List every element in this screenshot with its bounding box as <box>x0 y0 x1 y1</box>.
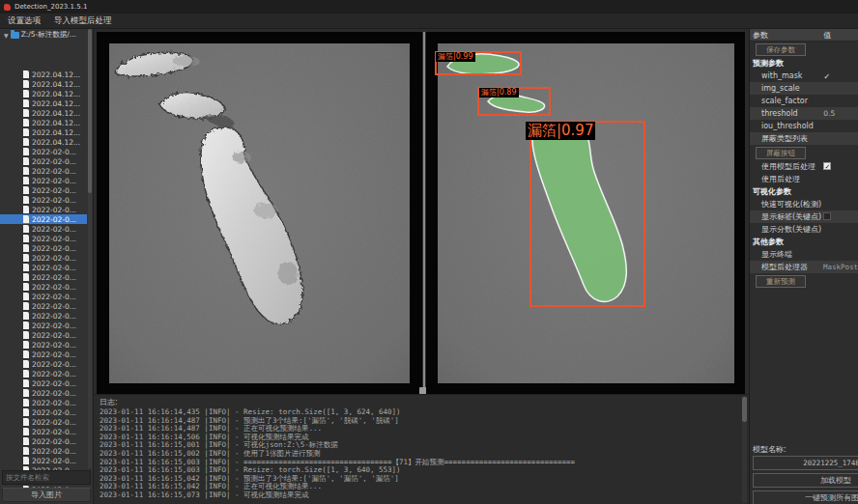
file-item[interactable]: 2022-02-0... <box>0 253 87 263</box>
original-image-panel[interactable] <box>97 32 422 395</box>
image-splitter[interactable] <box>423 32 425 395</box>
file-item-label: 2022-02-0... <box>32 235 76 243</box>
file-item[interactable]: 2022-02-0... <box>0 176 87 185</box>
param-button[interactable]: 保存参数 <box>756 43 806 56</box>
param-row[interactable]: scale_factor <box>750 95 858 107</box>
file-item[interactable]: 2022.04.12... <box>0 70 87 79</box>
file-item[interactable]: 2022-02-0... <box>0 407 87 417</box>
file-item[interactable]: 2022-02-0... <box>0 321 87 330</box>
file-item-label: 2022-02-0... <box>32 379 76 388</box>
import-image-button[interactable]: 导入图片 <box>2 488 91 502</box>
param-button[interactable]: 屏蔽按钮 <box>756 147 806 159</box>
file-item-label: 2022-02-0... <box>32 399 76 407</box>
file-item[interactable]: 2022-02-0... <box>0 205 87 214</box>
file-item[interactable]: 2022-02-0... <box>0 195 87 205</box>
log-panel: 日志: 2023-01-11 16:16:14,435 |INFO| - Res… <box>94 394 749 504</box>
file-item[interactable]: 2022-02-0... <box>0 398 87 407</box>
param-row[interactable]: 显示分数(关键点) <box>750 223 858 236</box>
file-item-label: 2022-02-0... <box>32 177 76 185</box>
file-item[interactable]: 2022-02-0... <box>0 369 87 378</box>
file-item-label: 2022.04.12... <box>32 90 80 98</box>
file-item[interactable]: 2022-02-0... <box>0 417 87 427</box>
param-button[interactable]: 重新预测 <box>756 275 806 288</box>
file-icon <box>23 215 29 223</box>
menu-item-import-postprocess[interactable]: 导入模型后处理 <box>54 15 112 27</box>
file-item[interactable]: 2022-02-0... <box>0 436 87 446</box>
file-item[interactable]: 2022-02-0... <box>0 340 87 350</box>
params-header: 参数 值 <box>750 29 858 42</box>
file-list-scrollbar[interactable] <box>88 29 92 468</box>
param-row[interactable]: with_mask✓ <box>750 70 858 82</box>
param-row[interactable]: 模型后处理器MaskPostPro <box>750 261 858 273</box>
file-item[interactable]: 2022-02-0... <box>0 272 87 282</box>
checkbox-checked[interactable]: ✓ <box>823 162 831 170</box>
menu-item-settings[interactable]: 设置选项 <box>8 15 41 27</box>
file-item[interactable]: 2022-02-0... <box>0 292 87 301</box>
param-row[interactable]: 使用模型后处理✓ <box>750 160 858 173</box>
file-icon <box>23 408 29 416</box>
file-item[interactable]: 2022-02-0... <box>0 263 87 272</box>
param-row[interactable]: 使用后处理 <box>750 173 858 185</box>
file-item[interactable]: 2022-02-0... <box>0 311 87 321</box>
params-button-row: 屏蔽按钮 <box>750 145 858 160</box>
prediction-image-panel[interactable]: 漏箔|0.99 漏箔|0.89 漏箔|0.97 <box>426 32 745 395</box>
file-item[interactable]: 2022.04.12... <box>0 127 87 137</box>
param-label: 显示终端 <box>750 249 823 260</box>
checkbox-unchecked[interactable] <box>823 212 831 220</box>
file-item[interactable]: 2022.04.12... <box>0 89 87 98</box>
param-row[interactable]: img_scale <box>750 82 858 95</box>
param-row[interactable]: 显示标签(关键点) <box>750 210 858 223</box>
file-item-label: 2022-02-0... <box>32 331 76 340</box>
param-row[interactable]: 屏蔽类型列表 <box>750 132 858 145</box>
param-label: threshold <box>750 109 823 118</box>
file-item[interactable]: 2022-02-0... <box>0 388 87 398</box>
file-icon <box>23 119 29 126</box>
file-icon <box>23 254 29 262</box>
file-item[interactable]: 2022-02-0... <box>0 456 87 465</box>
file-item[interactable]: 2022.04.12... <box>0 79 87 89</box>
file-item[interactable]: 2022-02-0... <box>0 301 87 311</box>
file-item[interactable]: 2022.04.12... <box>0 137 87 147</box>
load-model-button[interactable]: 加载模型 <box>753 473 858 488</box>
scrollbar-handle[interactable] <box>88 29 92 193</box>
file-item[interactable]: 2022.04.12... <box>0 118 87 127</box>
file-item[interactable]: 2022-02-0... <box>0 330 87 340</box>
file-item-label: 2022-02-0... <box>32 206 76 214</box>
log-scrollbar-handle[interactable] <box>742 397 747 422</box>
title-bar: Detection_2023.1.5.1 <box>0 0 858 14</box>
file-item[interactable]: 2022-02-0... <box>0 427 87 436</box>
param-row[interactable]: iou_threshold <box>750 120 858 132</box>
file-icon <box>23 80 29 88</box>
log-scrollbar[interactable] <box>742 397 747 503</box>
file-item[interactable]: 2022-02-0... <box>0 350 87 359</box>
file-icon <box>23 283 29 291</box>
file-icon <box>23 418 29 426</box>
file-item[interactable]: 2022-02-0... <box>0 224 87 234</box>
file-item[interactable]: 2022.04.12... <box>0 98 87 108</box>
file-item[interactable]: 2022-02-0... <box>0 147 87 156</box>
file-item[interactable]: 2022-02-0... <box>0 214 87 224</box>
param-label: 显示标签(关键点) <box>750 211 823 222</box>
param-row[interactable]: 快速可视化(检测) <box>750 198 858 210</box>
detection-label: 漏箔|0.99 <box>436 52 475 62</box>
file-item[interactable]: 2022-02-0... <box>0 446 87 456</box>
detection-label: 漏箔|0.97 <box>526 122 595 140</box>
file-item[interactable]: 2022-02-0... <box>0 243 87 253</box>
model-name-button[interactable]: 20221225_174813 <box>753 456 858 470</box>
file-item[interactable]: 2022-02-0... <box>0 359 87 369</box>
file-icon <box>23 322 29 329</box>
file-item[interactable]: 2022-02-0... <box>0 234 87 243</box>
file-item[interactable]: 2022-02-0... <box>0 378 87 388</box>
predict-all-button[interactable]: 一键预测所有图片 <box>753 490 858 504</box>
file-item[interactable]: 2022-02-0... <box>0 185 87 195</box>
param-row[interactable]: 显示终端 <box>750 248 858 261</box>
search-input[interactable] <box>2 470 91 485</box>
file-item[interactable]: 2022-02-0... <box>0 282 87 292</box>
file-item[interactable]: 2022-02-0... <box>0 166 87 176</box>
param-row[interactable]: threshold0.5 <box>750 107 858 120</box>
file-item[interactable]: 2022-02-0... <box>0 156 87 166</box>
tree-root-folder[interactable]: ▼ Z:/5-标注数据/... <box>0 29 93 41</box>
tree-expand-icon[interactable]: ▼ <box>4 32 9 39</box>
file-item[interactable]: 2022.04.12... <box>0 108 87 118</box>
file-item-label: 2022.04.12... <box>32 70 80 79</box>
